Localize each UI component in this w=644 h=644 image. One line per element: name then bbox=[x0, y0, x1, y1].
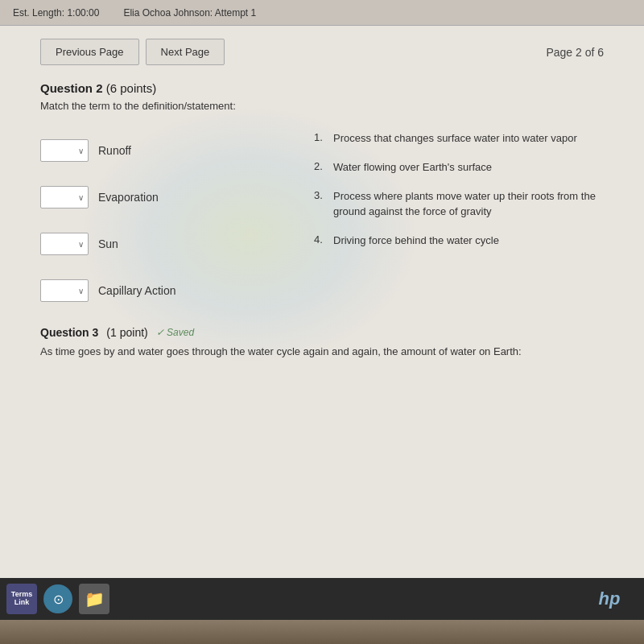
saved-label: Saved bbox=[167, 327, 194, 338]
attempt-label: Elia Ochoa Johnson: Attempt 1 bbox=[123, 7, 256, 19]
dropdown-wrapper-sun[interactable]: 1 2 3 4 bbox=[40, 233, 89, 255]
chrome-button[interactable]: ⊙ bbox=[43, 584, 72, 613]
definition-4: 4. Driving force behind the water cycle bbox=[314, 233, 604, 248]
question3-header: Question 3 (1 point) ✓ Saved bbox=[40, 326, 604, 339]
hp-logo: hp bbox=[589, 584, 630, 613]
question3-text: As time goes by and water goes through t… bbox=[40, 344, 604, 360]
terms-link-button[interactable]: TermsLink bbox=[6, 584, 37, 614]
match-item-evaporation: 1 2 3 4 Evaporation bbox=[40, 186, 298, 208]
chrome-icon: ⊙ bbox=[53, 592, 64, 607]
taskbar: TermsLink ⊙ 📁 hp bbox=[0, 578, 644, 620]
folder-button[interactable]: 📁 bbox=[79, 584, 109, 614]
def-text-1: Process that changes surface water into … bbox=[333, 131, 577, 146]
def-number-1: 1. bbox=[314, 131, 327, 143]
dropdown-wrapper-evaporation[interactable]: 1 2 3 4 bbox=[40, 186, 89, 208]
def-number-4: 4. bbox=[314, 233, 327, 246]
def-number-3: 3. bbox=[314, 189, 327, 201]
dropdown-wrapper-runoff[interactable]: 1 2 3 4 bbox=[40, 139, 89, 162]
term-evaporation: Evaporation bbox=[98, 191, 159, 204]
question2-header: Question 2 (6 points) bbox=[40, 81, 604, 95]
question3-points: (1 point) bbox=[106, 326, 147, 339]
definition-3: 3. Process where plants move water up th… bbox=[314, 189, 604, 218]
question3-title: Question 3 bbox=[40, 326, 98, 339]
match-item-runoff: 1 2 3 4 Runoff bbox=[40, 139, 298, 162]
match-item-capillary: 1 2 3 4 Capillary Action bbox=[40, 279, 298, 302]
term-capillary-action: Capillary Action bbox=[98, 284, 176, 297]
page-indicator: Page 2 of 6 bbox=[546, 46, 604, 59]
terms-link-label: TermsLink bbox=[11, 591, 32, 607]
dropdown-runoff[interactable]: 1 2 3 4 bbox=[40, 139, 89, 162]
saved-badge: ✓ Saved bbox=[156, 327, 194, 338]
definitions-column: 1. Process that changes surface water in… bbox=[298, 131, 604, 302]
content-area: Previous Page Next Page Page 2 of 6 Ques… bbox=[0, 26, 644, 578]
nav-buttons: Previous Page Next Page bbox=[40, 39, 225, 65]
screen: Est. Length: 1:00:00 Elia Ochoa Johnson:… bbox=[0, 0, 644, 644]
checkmark-icon: ✓ bbox=[156, 327, 164, 338]
dropdown-capillary[interactable]: 1 2 3 4 bbox=[40, 279, 89, 302]
terms-column: 1 2 3 4 Runoff 1 2 3 bbox=[40, 131, 298, 302]
def-text-3: Process where plants move water up their… bbox=[333, 189, 604, 218]
question2-instruction: Match the term to the definition/stateme… bbox=[40, 100, 604, 112]
term-runoff: Runoff bbox=[98, 144, 131, 157]
top-bar: Est. Length: 1:00:00 Elia Ochoa Johnson:… bbox=[0, 0, 644, 26]
dropdown-evaporation[interactable]: 1 2 3 4 bbox=[40, 186, 89, 208]
definition-2: 2. Water flowing over Earth's surface bbox=[314, 160, 604, 175]
bottom-bezel bbox=[0, 620, 644, 644]
matching-container: 1 2 3 4 Runoff 1 2 3 bbox=[40, 131, 604, 302]
def-number-2: 2. bbox=[314, 160, 327, 172]
hp-logo-text: hp bbox=[599, 588, 621, 609]
def-text-2: Water flowing over Earth's surface bbox=[333, 160, 492, 175]
question2-title: Question 2 bbox=[40, 81, 103, 95]
dropdown-wrapper-capillary[interactable]: 1 2 3 4 bbox=[40, 279, 89, 302]
question3-section: Question 3 (1 point) ✓ Saved As time goe… bbox=[40, 326, 604, 360]
nav-row: Previous Page Next Page Page 2 of 6 bbox=[40, 39, 604, 65]
folder-icon: 📁 bbox=[85, 589, 105, 609]
dropdown-sun[interactable]: 1 2 3 4 bbox=[40, 233, 89, 255]
term-sun: Sun bbox=[98, 237, 118, 250]
est-length: Est. Length: 1:00:00 bbox=[13, 7, 99, 19]
definition-1: 1. Process that changes surface water in… bbox=[314, 131, 604, 146]
match-item-sun: 1 2 3 4 Sun bbox=[40, 233, 298, 255]
next-page-button[interactable]: Next Page bbox=[146, 39, 225, 65]
def-text-4: Driving force behind the water cycle bbox=[333, 233, 499, 248]
question2-points: (6 points) bbox=[106, 81, 157, 95]
previous-page-button[interactable]: Previous Page bbox=[40, 39, 139, 65]
